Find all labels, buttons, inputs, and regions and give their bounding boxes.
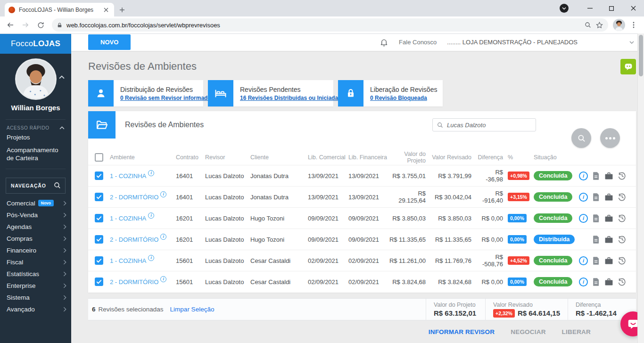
clear-selection-link[interactable]: Limpar Seleção xyxy=(170,306,215,313)
informar-revisor-button[interactable]: INFORMAR REVISOR xyxy=(429,328,495,335)
action-bar: INFORMAR REVISOR NEGOCIAR LIBERAR xyxy=(88,320,636,343)
ambiente-link[interactable]: 2 - DORMITÓRIO xyxy=(110,194,158,201)
sidebar-item-acompanhamento[interactable]: Acompanhamento de Carteira xyxy=(0,144,71,165)
url-text: web.foccolojas.com.br/foccolojas/servlet… xyxy=(66,22,580,29)
search-input[interactable] xyxy=(447,122,532,129)
sidebar-menu-item[interactable]: Agendas xyxy=(0,221,71,233)
info-circle-icon[interactable]: i xyxy=(579,256,588,265)
close-window-icon[interactable] xyxy=(622,0,644,16)
nav-search-box[interactable] xyxy=(6,178,66,194)
sidebar-menu-item[interactable]: Pós-Venda xyxy=(0,209,71,221)
sidebar-menu-item[interactable]: Fiscal xyxy=(0,256,71,268)
history-icon[interactable] xyxy=(618,235,627,244)
document-icon[interactable] xyxy=(592,172,600,180)
ambiente-link[interactable]: 1 - COZINHA xyxy=(110,215,146,222)
browser-avatar[interactable] xyxy=(613,19,625,31)
select-all-checkbox[interactable] xyxy=(95,153,103,162)
briefcase-icon[interactable] xyxy=(604,214,613,222)
history-icon[interactable] xyxy=(618,256,627,265)
nav-search-input[interactable] xyxy=(11,183,50,188)
status-badge: Concluída xyxy=(534,192,572,202)
zoom-indicator-icon[interactable] xyxy=(584,21,592,29)
sidebar-item-projetos[interactable]: Projetos xyxy=(0,131,71,144)
collapse-profile-icon[interactable] xyxy=(59,75,65,79)
info-circle-icon[interactable]: i xyxy=(579,193,588,202)
history-icon[interactable] xyxy=(618,193,627,202)
info-icon[interactable]: i xyxy=(148,170,154,176)
briefcase-icon[interactable] xyxy=(604,172,613,180)
history-icon[interactable] xyxy=(618,278,627,286)
info-icon[interactable]: i xyxy=(148,212,154,219)
fale-conosco-link[interactable]: Fale Conosco xyxy=(399,39,437,46)
scrollbar-thumb[interactable] xyxy=(639,35,643,76)
document-icon[interactable] xyxy=(592,214,600,223)
user-icon xyxy=(88,80,114,106)
info-circle-icon[interactable]: i xyxy=(579,214,588,223)
negociar-button[interactable]: NEGOCIAR xyxy=(511,328,545,335)
sidebar-menu-item[interactable]: Sistema xyxy=(0,292,71,303)
sidebar-menu-item[interactable]: Enterprise xyxy=(0,280,71,292)
history-icon[interactable] xyxy=(618,214,627,223)
card-distribuicao: Distribuição de Revisões 0 Revisão sem R… xyxy=(88,80,203,106)
back-icon[interactable] xyxy=(4,18,17,32)
refresh-icon[interactable] xyxy=(34,18,47,32)
info-icon[interactable]: i xyxy=(160,191,166,197)
more-options-fab-button[interactable] xyxy=(600,128,620,148)
briefcase-icon[interactable] xyxy=(604,256,613,265)
info-icon[interactable]: i xyxy=(160,234,166,240)
browser-tab[interactable]: FoccoLOJAS - Willian Borges xyxy=(5,3,114,16)
sidebar-menu-item[interactable]: Compras xyxy=(0,233,71,245)
info-circle-icon[interactable]: i xyxy=(579,278,588,286)
cell-valor-revisado: R$ 3.791,99 xyxy=(430,172,476,180)
row-checkbox[interactable] xyxy=(95,214,103,222)
search-fab-button[interactable] xyxy=(571,128,591,148)
store-selector[interactable]: ........ LOJA DEMONSTRAÇÃO - PLANEJADOS xyxy=(447,39,634,46)
info-icon[interactable]: i xyxy=(160,276,166,282)
sidebar-menu-item[interactable]: ComercialNovo xyxy=(0,197,71,209)
browser-addressbar: web.foccolojas.com.br/foccolojas/servlet… xyxy=(0,16,644,33)
media-control-icon[interactable] xyxy=(560,4,569,13)
bell-icon[interactable] xyxy=(380,38,388,47)
document-icon[interactable] xyxy=(592,193,600,202)
novo-button[interactable]: NOVO xyxy=(88,34,131,50)
quick-access-header[interactable]: ACESSO RÁPIDO xyxy=(0,123,71,131)
ambiente-link[interactable]: 1 - COZINHA xyxy=(110,257,146,264)
forward-icon[interactable] xyxy=(19,18,32,32)
info-icon[interactable]: i xyxy=(148,255,154,261)
bookmark-star-icon[interactable] xyxy=(595,21,603,29)
sidebar-menu-item[interactable]: Avançado xyxy=(0,303,71,315)
briefcase-icon[interactable] xyxy=(604,278,613,286)
page-scrollbar[interactable] xyxy=(637,33,644,343)
ellipsis-icon xyxy=(605,137,615,139)
maximize-icon[interactable] xyxy=(601,0,622,16)
document-icon[interactable] xyxy=(592,278,600,286)
card-link[interactable]: 0 Revisão sem Revisor informado xyxy=(120,95,211,101)
sidebar-menu-item[interactable]: Estatísticas xyxy=(0,268,71,280)
row-checkbox[interactable] xyxy=(95,256,103,265)
row-checkbox[interactable] xyxy=(95,172,103,180)
document-icon[interactable] xyxy=(592,256,600,265)
card-link[interactable]: 0 Revisão Bloqueada xyxy=(370,95,437,101)
sidebar-menu-item[interactable]: Financeiro xyxy=(0,245,71,256)
row-checkbox[interactable] xyxy=(95,235,103,244)
row-checkbox[interactable] xyxy=(95,193,103,201)
briefcase-icon[interactable] xyxy=(604,235,613,244)
minimize-icon[interactable] xyxy=(579,0,601,16)
browser-menu-icon[interactable] xyxy=(627,18,640,32)
liberar-button[interactable]: LIBERAR xyxy=(562,328,591,335)
tab-close-icon[interactable] xyxy=(102,6,110,14)
card-link[interactable]: 16 Revisões Distribuidas ou Iniciadas xyxy=(240,95,341,101)
row-checkbox[interactable] xyxy=(95,278,103,286)
document-icon[interactable] xyxy=(592,235,600,244)
ambiente-link[interactable]: 1 - COZINHA xyxy=(110,172,146,180)
history-icon[interactable] xyxy=(618,172,627,180)
new-tab-icon[interactable] xyxy=(118,6,126,14)
briefcase-icon[interactable] xyxy=(604,193,613,201)
ambiente-link[interactable]: 2 - DORMITÓRIO xyxy=(110,236,158,243)
info-circle-icon[interactable]: i xyxy=(579,172,588,180)
card-title: Revisões Pendentes xyxy=(240,86,341,93)
search-box[interactable] xyxy=(432,118,536,131)
assistant-bot-button[interactable] xyxy=(620,59,636,74)
ambiente-link[interactable]: 2 - DORMITÓRIO xyxy=(110,278,158,286)
url-bar[interactable]: web.foccolojas.com.br/foccolojas/servlet… xyxy=(52,18,608,32)
